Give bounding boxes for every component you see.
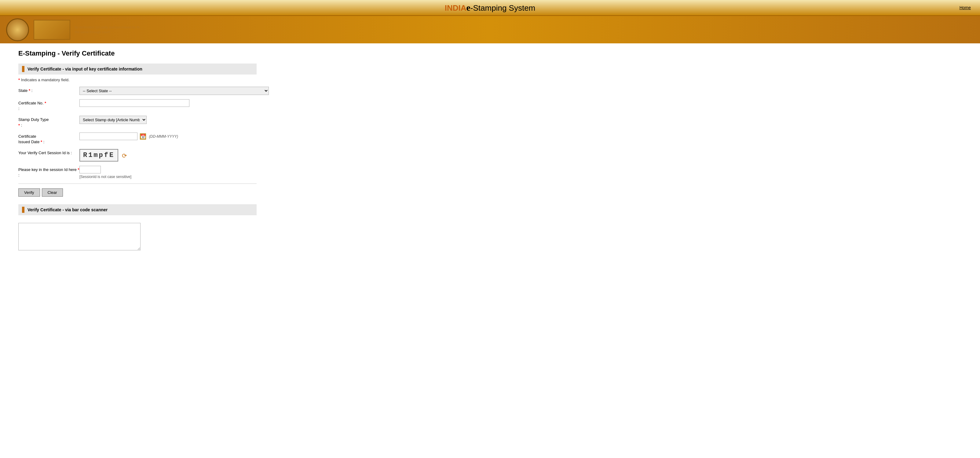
clear-button[interactable]: Clear [42,188,63,197]
banner: by defendant 1st party and purchased by … [0,16,980,43]
stamp-duty-req: * [18,123,20,128]
section1-title: Verify Certificate - via input of key ce… [27,67,142,72]
stamp-duty-select[interactable]: Select Stamp duty [Article Number] [80,116,146,124]
page-title: E-Stamping - Verify Certificate [18,49,257,57]
title-e: e [466,2,471,13]
state-row: State * : -- Select State -- Andhra Prad… [18,87,257,95]
captcha-row: Your Verify Cert Session Id is : R1mpfE … [18,149,257,162]
refresh-captcha-icon[interactable]: ⟳ [122,152,129,159]
session-label: Please key in the session Id here * : [18,166,80,178]
state-control: -- Select State -- Andhra Pradesh Assam … [80,87,269,95]
barcode-input[interactable] [18,223,140,250]
title-rest: -Stamping System [471,3,535,13]
cert-no-row: Certificate No. * : [18,99,257,111]
banner-rect [33,20,70,40]
section2-title: Verify Certificate - via bar code scanne… [27,207,108,212]
mandatory-asterisk: * [18,78,20,82]
cert-date-row: CertificateIssued Date * : 📅 (DD-MMM-YYY… [18,132,257,145]
mandatory-text: Indicates a mandatory field. [21,78,70,82]
banner-text: by defendant 1st party and purchased by … [75,25,142,35]
stamp-duty-label: Stamp Duty Type * : [18,116,80,128]
verify-button[interactable]: Verify [18,188,40,197]
state-req: * [29,88,30,93]
cert-no-req: * [45,101,46,105]
stamp-duty-control: Select Stamp duty [Article Number] [80,116,257,124]
cert-date-input[interactable] [80,132,137,140]
mandatory-note: * Indicates a mandatory field. [18,78,257,82]
calendar-icon[interactable]: 📅 [140,134,146,140]
session-note: [SessionId is not case sensitive] [80,175,257,179]
form-divider [18,183,257,184]
stamp-duty-row: Stamp Duty Type * : Select Stamp duty [A… [18,116,257,128]
cert-date-label: CertificateIssued Date * : [18,132,80,145]
state-select[interactable]: -- Select State -- Andhra Pradesh Assam … [80,87,269,95]
section1-header: Verify Certificate - via input of key ce… [18,64,257,75]
top-bar: INDIAe-Stamping System Home [0,0,980,16]
banner-circle [6,18,29,41]
cert-no-control [80,99,257,107]
captcha-control: R1mpfE ⟳ [80,149,257,162]
cert-no-label: Certificate No. * : [18,99,80,111]
form-table: State * : -- Select State -- Andhra Prad… [18,87,257,179]
state-label: State * : [18,87,80,94]
session-input[interactable] [80,166,101,173]
captcha-image: R1mpfE [80,149,118,162]
barcode-area [18,223,257,251]
cert-date-req: * [41,140,42,144]
section2-header: Verify Certificate - via bar code scanne… [18,204,257,215]
cert-no-input[interactable] [80,99,189,107]
main-content: E-Stamping - Verify Certificate Verify C… [0,43,275,258]
title-india: INDIA [445,3,466,13]
session-row: Please key in the session Id here * : [S… [18,166,257,179]
section1-orange-bar [22,66,24,72]
site-title: INDIAe-Stamping System [445,2,536,13]
cert-date-control: 📅 (DD-MMM-YYYY) [80,132,257,140]
date-format-hint: (DD-MMM-YYYY) [149,134,178,138]
captcha-label: Your Verify Cert Session Id is : [18,149,80,156]
button-row: Verify Clear [18,188,257,197]
session-control: [SessionId is not case sensitive] [80,166,257,179]
section2-orange-bar [22,207,24,213]
home-link[interactable]: Home [959,5,971,10]
session-req: * [78,167,79,172]
